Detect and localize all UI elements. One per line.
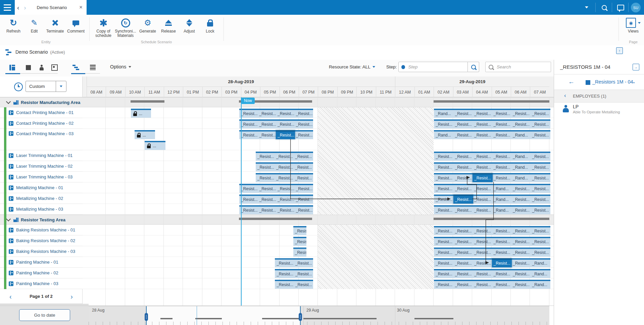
- task-bar[interactable]: _Resist...: [239, 119, 258, 128]
- task-bar[interactable]: _Resist...: [511, 205, 531, 214]
- task-bar[interactable]: _Resist...: [434, 280, 454, 289]
- task-bar[interactable]: _Resist...: [275, 173, 294, 182]
- prev-order-icon[interactable]: ←: [568, 78, 575, 86]
- task-bar[interactable]: _Resist...: [294, 119, 313, 128]
- task-bar[interactable]: _Resist...: [511, 195, 531, 204]
- task-bar[interactable]: _Resist...: [434, 162, 454, 171]
- task-bar[interactable]: _Resist...: [434, 248, 454, 257]
- task-bar[interactable]: _Resist...: [434, 184, 454, 193]
- task-bar[interactable]: _Rand...: [511, 130, 531, 139]
- copy-button[interactable]: Copy of schedule: [93, 17, 114, 38]
- task-bar[interactable]: _Resist...: [453, 173, 473, 182]
- task-bar[interactable]: _Resist...: [530, 195, 550, 204]
- task-bar[interactable]: _Resist...: [434, 205, 454, 214]
- options-dropdown[interactable]: Options: [110, 64, 131, 69]
- task-bar[interactable]: _Resist...: [453, 280, 473, 289]
- task-bar[interactable]: _Rand...: [492, 184, 512, 193]
- task-bar[interactable]: _Resist...: [294, 269, 313, 278]
- view-tab-gantt-board[interactable]: [6, 62, 18, 72]
- view-tab-people[interactable]: [36, 62, 48, 72]
- task-bar[interactable]: _Resist...: [530, 205, 550, 214]
- resource-row[interactable]: Baking Resistors Machine - 01: [0, 225, 83, 235]
- resource-row[interactable]: Baking Resistors Machine - 03: [0, 246, 83, 257]
- task-bar[interactable]: _Resist...: [492, 109, 512, 118]
- view-tab-boxed[interactable]: [48, 62, 60, 72]
- resource-row[interactable]: Laser Trimming Machine - 02: [0, 161, 83, 172]
- resource-row[interactable]: Laser Trimming Machine - 01: [0, 150, 83, 161]
- task-bar[interactable]: _Resist...: [434, 258, 454, 267]
- task-bar[interactable]: _Resist...: [530, 173, 550, 182]
- task-bar[interactable]: _Resist...: [511, 280, 531, 289]
- resource-row[interactable]: Contact Printing Machine - 02: [0, 118, 83, 129]
- task-bar[interactable]: _Resist...: [434, 269, 454, 278]
- task-bar[interactable]: _Resist...: [453, 130, 473, 139]
- comment-button[interactable]: Comment: [65, 17, 87, 34]
- task-bar[interactable]: _Resist...: [293, 173, 313, 182]
- task-bar[interactable]: _Resist...: [473, 119, 492, 128]
- tab-close-icon[interactable]: ×: [75, 4, 87, 11]
- search-input[interactable]: [496, 64, 548, 70]
- adjust-button[interactable]: Adjust: [179, 17, 200, 34]
- task-bar[interactable]: _Resist...: [453, 205, 473, 214]
- hamburger-menu-icon[interactable]: [0, 0, 15, 15]
- task-bar[interactable]: _Resist...: [434, 173, 454, 182]
- task-bar[interactable]: _Resist...: [275, 152, 294, 161]
- task-bar[interactable]: _Resist...: [453, 269, 473, 278]
- sync-button[interactable]: ↻Synchroni... Materials: [115, 17, 136, 38]
- task-bar[interactable]: _Resist...: [276, 119, 295, 128]
- resource-row[interactable]: Metallizing Machine - 01: [0, 182, 83, 193]
- task-bar[interactable]: _Resist...: [275, 280, 294, 289]
- task-bar-selected[interactable]: _Resist...: [473, 173, 492, 182]
- collapse-chevron-icon[interactable]: [6, 217, 11, 221]
- task-bar[interactable]: _Resist...: [453, 248, 473, 257]
- task-bar[interactable]: _Resist...: [256, 173, 275, 182]
- resource-row[interactable]: Painting Machine - 01: [0, 257, 83, 268]
- task-bar[interactable]: _Rand...: [530, 258, 550, 267]
- task-bar[interactable]: _Resist...: [275, 258, 294, 267]
- task-bar[interactable]: _Resist...: [256, 152, 275, 161]
- task-bar[interactable]: _Resist...: [473, 195, 492, 204]
- task-bar[interactable]: _Resist...: [473, 130, 492, 139]
- task-bar[interactable]: _Resist...: [257, 119, 277, 128]
- task-bar[interactable]: _Resist...: [492, 248, 512, 257]
- step-search-button[interactable]: [468, 62, 479, 72]
- task-bar[interactable]: _Resist...: [239, 195, 258, 204]
- release-button[interactable]: Release: [158, 17, 179, 34]
- task-bar[interactable]: _Resist...: [275, 162, 294, 171]
- task-bar[interactable]: _Resist...: [257, 184, 277, 193]
- task-bar[interactable]: _Resist...: [530, 248, 550, 257]
- task-bar[interactable]: _Resist...: [239, 130, 258, 139]
- task-bar-selected[interactable]: _Resist...: [276, 130, 295, 139]
- task-bar[interactable]: _Resist...: [294, 280, 313, 289]
- generate-button[interactable]: ⚙Generate: [137, 17, 158, 34]
- task-bar[interactable]: _Resist...: [473, 269, 492, 278]
- task-bar[interactable]: _Resist...: [276, 205, 295, 214]
- step-input[interactable]: [408, 64, 465, 70]
- task-bar-selected[interactable]: _Resist...: [492, 258, 512, 267]
- task-bar[interactable]: _Resist...: [492, 152, 512, 161]
- task-bar[interactable]: _Resist...: [453, 258, 473, 267]
- task-bar[interactable]: _Resist...: [511, 226, 531, 235]
- task-bar[interactable]: _Resist...: [473, 280, 492, 289]
- task-bar[interactable]: _Resist...: [239, 109, 258, 118]
- lock-button[interactable]: Lock: [199, 17, 221, 34]
- collapse-chevron-icon[interactable]: [6, 99, 11, 104]
- task-bar[interactable]: _Resist...: [473, 248, 492, 257]
- refresh-button[interactable]: ↻Refresh: [3, 17, 24, 34]
- task-bar[interactable]: _Rand...: [511, 152, 531, 161]
- task-bar[interactable]: _Resist...: [530, 130, 550, 139]
- task-bar[interactable]: _Resist...: [511, 109, 531, 118]
- order-title[interactable]: _Resistors 1M - 04: [592, 79, 633, 85]
- task-bar[interactable]: _Resist...: [293, 152, 313, 161]
- task-bar[interactable]: _Resist...: [492, 269, 512, 278]
- task-bar[interactable]: _Resist...: [434, 119, 454, 128]
- task-bar[interactable]: _Resist...: [453, 109, 473, 118]
- views-button[interactable]: ◉Views: [623, 17, 644, 34]
- task-bar[interactable]: _Resist...: [473, 237, 492, 246]
- overview-handle-grip[interactable]: [145, 313, 148, 321]
- task-bar[interactable]: _Rand...: [511, 173, 531, 182]
- locked-task-bar[interactable]: ...: [135, 130, 155, 139]
- task-bar[interactable]: _Resist...: [530, 184, 550, 193]
- resource-row[interactable]: Painting Machine - 03: [0, 278, 83, 289]
- employee-list-item[interactable]: LP Able To Operate Metallizing: [554, 103, 644, 117]
